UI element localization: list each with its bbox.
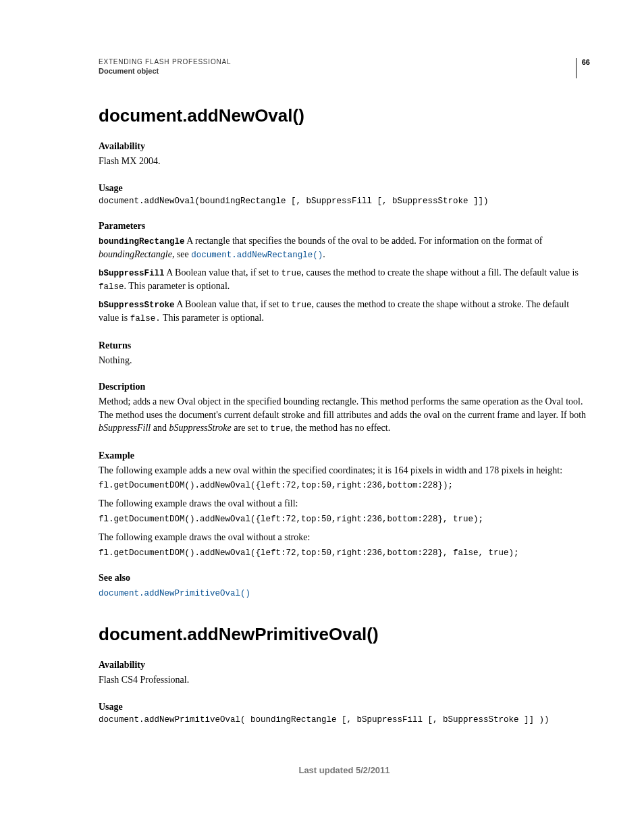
example-intro-2: The following example draws the oval wit… — [99, 497, 590, 511]
text: and — [151, 423, 169, 433]
text: A rectangle that specifies the bounds of… — [185, 236, 543, 246]
footer-last-updated: Last updated 5/2/2011 — [99, 765, 590, 775]
text: are set to — [232, 423, 271, 433]
example-code-2: fl.getDocumentDOM().addNewOval({left:72,… — [99, 515, 590, 524]
page-number: 66 — [576, 58, 590, 78]
availability-value-2: Flash CS4 Professional. — [99, 673, 590, 687]
availability-value: Flash MX 2004. — [99, 155, 590, 168]
param-bsuppressstroke: bSuppressStroke A Boolean value that, if… — [99, 298, 590, 325]
usage-code: document.addNewOval(boundingRectangle [,… — [99, 197, 590, 206]
text: This parameter is optional. — [161, 313, 264, 323]
param-name: bSuppressStroke — [99, 301, 175, 310]
example-code-1: fl.getDocumentDOM().addNewOval({left:72,… — [99, 481, 590, 490]
code-inline: true — [292, 301, 312, 310]
returns-value: Nothing. — [99, 354, 590, 367]
section-heading-addnewprimitiveoval: document.addNewPrimitiveOval() — [99, 624, 590, 645]
text-italic: bSuppressFill — [99, 423, 151, 433]
usage-heading: Usage — [99, 183, 590, 194]
param-boundingrectangle: boundingRectangle A rectangle that speci… — [99, 234, 590, 262]
link-addnewprimitiveoval[interactable]: document.addNewPrimitiveOval() — [99, 589, 250, 598]
text: . — [323, 249, 325, 259]
seealso-heading: See also — [99, 573, 590, 583]
text-italic: boundingRectangle — [99, 249, 172, 259]
code-inline: false. — [130, 314, 161, 323]
description-heading: Description — [99, 382, 590, 392]
section-heading-addnewoval: document.addNewOval() — [99, 105, 590, 126]
code-inline: false — [99, 282, 124, 292]
example-heading: Example — [99, 450, 590, 461]
page-header-subtitle: Document object — [99, 67, 231, 75]
text: A Boolean value that, if set to — [175, 299, 292, 309]
text: , the method has no effect. — [290, 423, 390, 433]
text: . This parameter is optional. — [124, 281, 230, 291]
text: , causes the method to create the shape … — [302, 267, 579, 278]
usage-code-2: document.addNewPrimitiveOval( boundingRe… — [99, 715, 590, 725]
usage-heading-2: Usage — [99, 702, 590, 712]
availability-heading-2: Availability — [99, 660, 590, 671]
param-name: bSuppressFill — [99, 269, 165, 278]
description-text: Method; adds a new Oval object in the sp… — [99, 395, 590, 436]
text: A Boolean value that, if set to — [165, 267, 281, 278]
example-code-3: fl.getDocumentDOM().addNewOval({left:72,… — [99, 548, 590, 558]
availability-heading: Availability — [99, 141, 590, 152]
text: , see — [172, 249, 191, 259]
parameters-heading: Parameters — [99, 221, 590, 232]
param-bsuppressfill: bSuppressFill A Boolean value that, if s… — [99, 266, 590, 294]
text: Method; adds a new Oval object in the sp… — [99, 396, 586, 420]
example-intro-1: The following example adds a new oval wi… — [99, 464, 590, 477]
page-header-title: EXTENDING FLASH PROFESSIONAL — [99, 58, 231, 66]
param-name: boundingRectangle — [99, 237, 185, 246]
example-intro-3: The following example draws the oval wit… — [99, 531, 590, 544]
text-italic: bSuppressStroke — [169, 423, 231, 433]
code-inline: true — [270, 424, 290, 434]
link-addnewrectangle[interactable]: document.addNewRectangle() — [191, 251, 323, 260]
code-inline: true — [281, 269, 302, 278]
returns-heading: Returns — [99, 340, 590, 351]
